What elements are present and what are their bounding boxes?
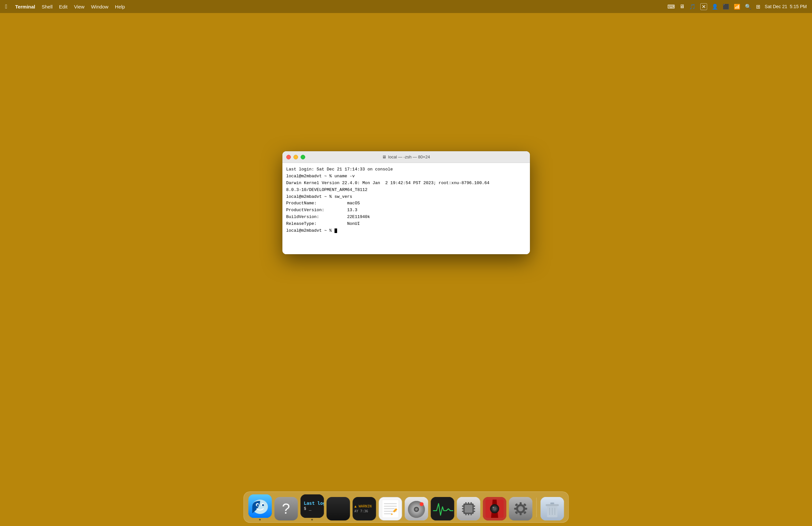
terminal-line-0: Last login: Sat Dec 21 17:14:33 on conso… — [286, 166, 526, 173]
svg-rect-25 — [431, 497, 454, 521]
dock-item-trash[interactable] — [540, 497, 564, 521]
svg-rect-38 — [465, 514, 466, 515]
menu-help[interactable]: Help — [115, 4, 125, 10]
menu-window[interactable]: Window — [91, 4, 108, 10]
dock-item-system-prefs[interactable] — [509, 497, 532, 521]
svg-point-6 — [262, 504, 264, 506]
help-icon: ? — [274, 497, 298, 521]
svg-point-23 — [415, 508, 418, 511]
svg-rect-36 — [468, 502, 469, 503]
svg-rect-33 — [474, 508, 475, 509]
terminal-title-icon: 🖥 — [382, 155, 386, 159]
svg-rect-30 — [462, 508, 463, 509]
dock-item-console[interactable]: ▲ WARNIN AY 7:36 — [352, 497, 376, 521]
finder-icon — [248, 494, 272, 518]
dock-item-launchpad[interactable] — [327, 497, 350, 521]
menubar-right: ⌨ 🖥 🎵 ✕ 👤 ⬛ 📶 🔍 ⊞ Sat Dec 21 5:15 PM — [667, 3, 807, 10]
svg-rect-52 — [514, 508, 517, 510]
cursor-block — [334, 228, 337, 233]
close-button[interactable] — [286, 155, 291, 159]
terminal-dock-icon: Last login $ _ — [300, 494, 324, 518]
dock: ? Last login $ _ — [243, 492, 569, 523]
display-icon[interactable]: 🖥 — [679, 4, 685, 10]
menu-view[interactable]: View — [74, 4, 84, 10]
menubar-left:  Terminal Shell Edit View Window Help — [5, 3, 125, 10]
terminal-line-6: ProductVersion: 13.3 — [286, 207, 526, 214]
system-info-icon — [456, 497, 480, 521]
photo-booth-icon — [483, 497, 506, 521]
terminal-line-1: local@m2mbadvt ~ % uname -v — [286, 173, 526, 180]
svg-rect-60 — [546, 504, 559, 506]
svg-rect-53 — [524, 508, 527, 510]
terminal-window: 🖥 local — -zsh — 80×24 Last login: Sat D… — [282, 151, 530, 254]
terminal-title-text: local — -zsh — 80×24 — [388, 155, 430, 159]
desktop: 🖥 local — -zsh — 80×24 Last login: Sat D… — [0, 13, 812, 526]
svg-text:$ _: $ _ — [304, 506, 311, 511]
apple-menu[interactable]:  — [5, 3, 8, 10]
minimize-button[interactable] — [293, 155, 298, 159]
svg-rect-51 — [520, 513, 521, 515]
console-icon: ▲ WARNIN AY 7:36 — [352, 497, 376, 521]
control-center-icon[interactable]: ⊞ — [756, 4, 760, 10]
finder-dot — [259, 519, 261, 521]
dock-item-terminal[interactable]: Last login $ _ — [300, 494, 324, 521]
menu-shell[interactable]: Shell — [42, 4, 53, 10]
svg-point-49 — [518, 506, 523, 511]
svg-text:Last login: Last login — [304, 501, 324, 506]
terminal-titlebar: 🖥 local — -zsh — 80×24 — [282, 151, 530, 163]
maximize-button[interactable] — [301, 155, 305, 159]
svg-rect-34 — [474, 511, 475, 512]
svg-rect-40 — [470, 514, 472, 515]
textedit-icon — [378, 497, 402, 521]
dock-separator — [536, 498, 536, 517]
dock-item-finder[interactable] — [248, 494, 272, 521]
svg-rect-31 — [462, 511, 463, 512]
svg-point-5 — [257, 504, 259, 506]
terminal-line-7: BuildVersion: 22E11940k — [286, 214, 526, 221]
svg-rect-39 — [468, 514, 469, 515]
svg-rect-35 — [465, 502, 466, 503]
svg-rect-28 — [464, 505, 472, 513]
menubar:  Terminal Shell Edit View Window Help ⌨… — [0, 0, 812, 13]
terminal-body[interactable]: Last login: Sat Dec 21 17:14:33 on conso… — [282, 163, 530, 254]
terminal-dot — [311, 519, 313, 521]
accessibility-icon[interactable]: ⌨ — [667, 4, 675, 10]
system-prefs-icon — [509, 497, 532, 521]
terminal-line-8: ReleaseType: NonUI — [286, 221, 526, 227]
terminal-line-3: 8.0.3-10/DEVELOPMENT_ARM64_T8112 — [286, 187, 526, 194]
close-icon[interactable]: ✕ — [700, 3, 707, 10]
audio-icon[interactable]: 🎵 — [689, 4, 696, 10]
terminal-output: Last login: Sat Dec 21 17:14:33 on conso… — [286, 166, 526, 234]
svg-rect-37 — [470, 502, 472, 503]
svg-rect-61 — [550, 502, 554, 504]
user-icon[interactable]: 👤 — [712, 4, 718, 10]
dock-item-help[interactable]: ? — [274, 497, 298, 521]
menu-terminal[interactable]: Terminal — [15, 4, 35, 10]
date-time[interactable]: Sat Dec 21 5:15 PM — [765, 4, 807, 9]
activity-monitor-icon — [431, 497, 454, 521]
search-icon[interactable]: 🔍 — [745, 4, 751, 10]
terminal-line-2: Darwin Kernel Version 22.4.0: Mon Jan 2 … — [286, 180, 526, 187]
launchpad-icon — [327, 497, 350, 521]
trash-icon — [540, 497, 564, 521]
svg-rect-29 — [462, 506, 463, 507]
terminal-line-4: local@m2mbadvt ~ % sw_vers — [286, 194, 526, 200]
menu-edit[interactable]: Edit — [59, 4, 68, 10]
wifi-icon[interactable]: 📶 — [734, 4, 740, 10]
dock-item-activity-monitor[interactable] — [431, 497, 454, 521]
svg-rect-32 — [474, 506, 475, 507]
displays-icon[interactable]: ⬛ — [723, 4, 729, 10]
dock-item-photo-booth[interactable] — [483, 497, 506, 521]
disk-utility-icon — [405, 497, 428, 521]
terminal-line-5: ProductName: macOS — [286, 200, 526, 207]
dock-item-system-info[interactable] — [456, 497, 480, 521]
dock-item-textedit[interactable] — [378, 497, 402, 521]
svg-rect-50 — [520, 502, 521, 505]
dock-container: ? Last login $ _ — [243, 492, 569, 523]
terminal-title: 🖥 local — -zsh — 80×24 — [382, 155, 430, 159]
dock-item-disk-utility[interactable] — [405, 497, 428, 521]
svg-point-46 — [492, 507, 494, 508]
svg-point-24 — [420, 502, 423, 506]
window-controls — [286, 155, 305, 159]
terminal-prompt: local@m2mbadvt ~ % — [286, 227, 526, 234]
